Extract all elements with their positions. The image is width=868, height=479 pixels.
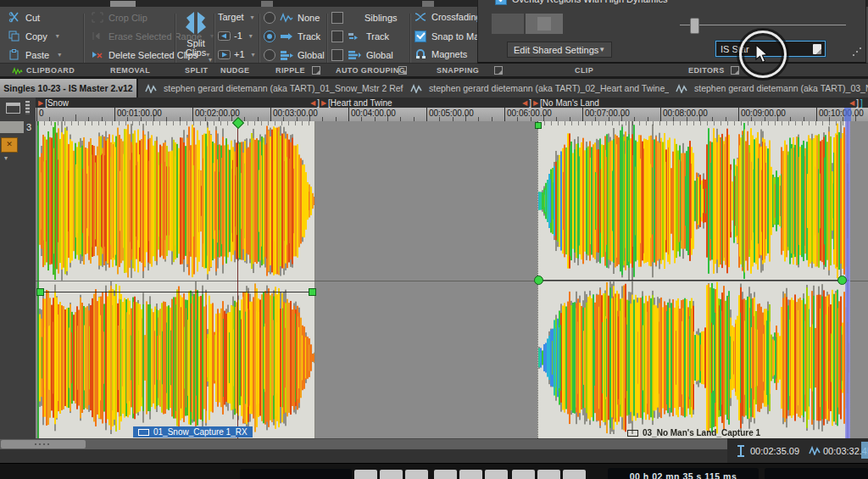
nudge-target-button[interactable]: Target ▾ <box>218 12 254 22</box>
track-checkbox[interactable] <box>331 31 343 42</box>
nudge-minus-caret: ▾ <box>249 32 253 40</box>
ripple-track-radio[interactable]: Track <box>264 31 320 42</box>
clip-section-label: CLIP <box>575 66 593 75</box>
transport-button[interactable] <box>459 470 482 479</box>
envelope-node[interactable] <box>309 288 316 296</box>
transport-button[interactable] <box>354 470 377 479</box>
crop-clip-button[interactable]: Crop Clip <box>92 12 147 23</box>
waveform-canvas-top[interactable] <box>39 121 314 281</box>
clip-snow[interactable] <box>37 121 315 438</box>
transport-button[interactable] <box>512 470 535 479</box>
siblings-checkbox[interactable] <box>331 12 343 24</box>
snap-checkbox[interactable] <box>415 31 426 42</box>
transport-display-left <box>240 469 352 479</box>
tab-nomansland-ref[interactable]: stephen gerard dietemann (aka TART)_03_N <box>669 79 868 97</box>
preview-swatch-light[interactable] <box>526 14 563 34</box>
dialog-resize-grip[interactable] <box>853 54 854 56</box>
marker-end-icon[interactable]: ◀ <box>849 99 854 107</box>
preview-swatch-dark[interactable] <box>492 14 524 34</box>
scrollbar-thumb[interactable] <box>1 440 86 448</box>
marker-start-icon[interactable]: ▶ <box>38 99 43 107</box>
editors-dialog-launcher[interactable] <box>731 66 739 75</box>
ripple-global-radio-circle[interactable] <box>264 49 275 61</box>
clip-handle-icon <box>138 429 149 436</box>
ruler-tick <box>582 108 583 121</box>
tab-heart-ref[interactable]: stephen gerard dietemann (aka TART)_02_H… <box>403 79 676 97</box>
waveform-canvas-bottom[interactable] <box>538 281 849 434</box>
clip-label-nomansland[interactable]: 03_No Man's Land_Capture 1 <box>627 427 760 438</box>
clip-corner-node[interactable] <box>535 122 542 129</box>
nudge-plus-button[interactable]: +1 ▾ <box>218 49 255 59</box>
ruler-label: 00:06:00.00 <box>507 109 552 118</box>
document-icon[interactable] <box>813 44 821 54</box>
ruler-label: 00:01:00.00 <box>117 109 162 118</box>
clip-label-snow[interactable]: 01_Snow_Capture 1_RX <box>133 426 253 437</box>
ripple-none-radio[interactable]: None <box>264 12 320 24</box>
snapping-dialog-launcher[interactable] <box>494 66 503 75</box>
edit-cursor-line <box>237 121 238 438</box>
nudge-minus-button[interactable]: -1 ▾ <box>218 31 253 41</box>
split-clips-button[interactable]: Split Clips ▾ <box>180 8 212 61</box>
edit-shared-settings-button[interactable]: Edit Shared Settings ▼ <box>507 42 612 58</box>
transport-button[interactable] <box>537 470 560 479</box>
marker-end-icon[interactable]: ◀ <box>522 99 527 107</box>
transport-button[interactable] <box>485 470 508 479</box>
marker-start-icon[interactable]: ▶ <box>533 99 538 107</box>
status-partial-icon[interactable] <box>861 442 868 459</box>
crossfading-button[interactable]: Crossfading <box>415 12 481 22</box>
split-clips-label2: Clips <box>180 48 212 58</box>
track-header-strip[interactable] <box>0 121 24 133</box>
tab-snow-ref[interactable]: stephen gerard dietemann (aka TART)_01_S… <box>138 79 410 97</box>
cut-button[interactable]: Cut <box>8 12 40 23</box>
clip-envelope-line[interactable] <box>537 280 849 281</box>
cut-icon <box>8 12 20 23</box>
time-ruler[interactable]: 000:01:00.0000:02:00.0000:03:00.0000:04:… <box>0 108 868 121</box>
grouping-global-checkbox[interactable]: Global <box>331 49 393 61</box>
horizontal-scrollbar[interactable] <box>0 439 727 449</box>
copy-icon <box>8 31 20 42</box>
ripple-dialog-launcher[interactable] <box>312 66 320 75</box>
ripple-global-radio[interactable]: Global <box>264 49 325 61</box>
waveform-canvas-bottom[interactable] <box>39 281 314 434</box>
nudge-target-label: Target <box>218 12 244 22</box>
grouping-track-icon <box>348 32 361 41</box>
marker[interactable]: ◀]▶[Heart and Twine <box>310 97 392 108</box>
clip-envelope-line[interactable] <box>37 292 315 292</box>
dynamics-slider-track[interactable] <box>680 25 846 25</box>
envelope-node[interactable] <box>36 288 44 296</box>
transport-button[interactable] <box>434 470 457 479</box>
dynamics-slider-handle[interactable] <box>690 18 699 34</box>
ripple-none-icon <box>280 13 293 23</box>
track-options-caret[interactable]: ▾ <box>4 154 8 162</box>
copy-caret: ▾ <box>56 32 59 40</box>
envelope-node[interactable] <box>837 276 847 285</box>
auto-grouping-dialog-launcher[interactable] <box>398 66 407 75</box>
ripple-track-radio-circle[interactable] <box>264 31 275 42</box>
marker[interactable]: ◀]▶[No Man's Land <box>522 97 599 108</box>
paste-button[interactable]: Paste ▾ <box>8 49 61 60</box>
ripple-global-label: Global <box>298 50 325 60</box>
paste-caret: ▾ <box>58 51 61 58</box>
transport-button[interactable] <box>405 470 428 479</box>
panel-layout-icon[interactable] <box>6 103 20 114</box>
tab-montage[interactable]: Singles 10-23 - IS Master 2.v12 <box>0 79 138 97</box>
grouping-siblings-checkbox[interactable]: Siblings <box>331 12 398 24</box>
waveform-canvas-top[interactable] <box>538 121 849 281</box>
magnets-button[interactable]: Magnets <box>415 49 467 59</box>
track-routing-button[interactable]: ✕ <box>1 137 18 153</box>
marker[interactable]: ◀]] <box>849 97 863 108</box>
global-checkbox[interactable] <box>331 49 343 61</box>
marker[interactable]: ▶[Snow <box>38 97 69 108</box>
transport-button[interactable] <box>563 470 586 479</box>
ripple-none-radio-circle[interactable] <box>264 12 275 24</box>
marker-start-icon[interactable]: ▶ <box>321 99 326 107</box>
marker-end-icon[interactable]: ◀ <box>310 99 315 107</box>
envelope-node[interactable] <box>534 276 543 285</box>
overlay-dynamics-checkbox[interactable] <box>495 0 507 5</box>
grouping-track-checkbox[interactable]: Track <box>331 31 389 42</box>
copy-button[interactable]: Copy ▾ <box>8 31 59 42</box>
mouse-cursor <box>754 44 770 64</box>
transport-button[interactable] <box>380 470 403 479</box>
overlay-dynamics-row[interactable]: Overlay Regions With High Dynamics <box>495 0 667 5</box>
ruler-settings-icon[interactable] <box>25 101 30 114</box>
